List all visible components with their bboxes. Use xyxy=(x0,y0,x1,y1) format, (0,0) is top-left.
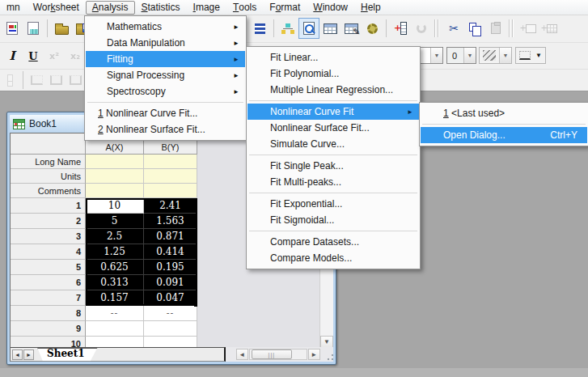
size-combo[interactable]: 0 ▼ xyxy=(446,47,476,64)
menu-item-mathematics[interactable]: Mathematics ► xyxy=(86,19,245,35)
view-zoom-button[interactable] xyxy=(298,18,319,39)
cell-a[interactable]: 0.157 xyxy=(86,290,144,306)
tab-scroll-right-button[interactable]: ► xyxy=(23,349,34,360)
menu-item-spectroscopy[interactable]: Spectroscopy ► xyxy=(86,83,245,100)
gear-button[interactable] xyxy=(362,18,383,39)
cell-a[interactable] xyxy=(86,337,144,348)
menu-item-data-manipulation[interactable]: Data Manipulation ► xyxy=(86,35,245,51)
menu-item-fit-linear[interactable]: Fit Linear... ► xyxy=(247,49,419,66)
cell-b[interactable]: 0.414 xyxy=(144,244,197,260)
italic-button[interactable]: I xyxy=(2,45,23,66)
new-worksheet-button[interactable] xyxy=(23,18,44,39)
menu-item-nonlinear-curve-fit[interactable]: Nonlinear Curve Fit ► xyxy=(247,104,419,120)
menubar-item[interactable]: Analysis xyxy=(86,1,135,15)
row-number[interactable]: 8 xyxy=(11,306,86,321)
row-label[interactable]: Long Name xyxy=(11,155,86,169)
scroll-down-button[interactable]: ▼ xyxy=(320,336,333,348)
resize-grip-icon[interactable] xyxy=(325,352,333,361)
row-number[interactable]: 5 xyxy=(11,260,86,275)
row-number[interactable]: 2 xyxy=(11,214,86,229)
worksheet-view-button[interactable] xyxy=(319,18,341,39)
cell-a[interactable]: 5 xyxy=(86,214,144,229)
cell-b[interactable]: 0.091 xyxy=(144,275,197,290)
chevron-down-icon[interactable]: ▼ xyxy=(430,48,442,63)
cut-button[interactable]: ✂ xyxy=(443,18,464,39)
corner-header[interactable] xyxy=(11,133,86,155)
edit-worksheet-button[interactable] xyxy=(341,18,362,39)
scroll-left-button[interactable]: ◄ xyxy=(236,349,248,360)
cell-a[interactable]: 1.25 xyxy=(86,244,144,260)
cell-a[interactable]: 10 xyxy=(86,198,144,214)
chevron-down-icon[interactable]: ▼ xyxy=(499,48,511,63)
menu-item-fit-polynomial[interactable]: Fit Polynomial... ► xyxy=(247,66,419,82)
row-number[interactable]: 3 xyxy=(11,229,86,244)
cell[interactable] xyxy=(144,184,197,198)
fill-pattern-dropdown[interactable]: ▼ xyxy=(479,47,512,64)
menubar-item[interactable]: mn xyxy=(0,1,27,15)
cell[interactable] xyxy=(86,184,144,198)
menubar-item[interactable]: Worksheet xyxy=(27,1,86,15)
row-number[interactable]: 7 xyxy=(11,290,86,306)
horizontal-scrollbar[interactable]: ◄ ||| ► xyxy=(236,349,320,360)
cell-b[interactable]: -- xyxy=(144,306,197,321)
project-explorer-button[interactable] xyxy=(277,18,298,39)
add-column-button[interactable] xyxy=(390,18,411,39)
row-label[interactable]: Comments xyxy=(11,184,86,198)
menubar-item[interactable]: Tools xyxy=(226,1,263,15)
menubar-item[interactable]: Format xyxy=(263,1,307,15)
cell-b[interactable] xyxy=(144,321,197,337)
menubar-item[interactable]: Window xyxy=(307,1,354,15)
cell[interactable] xyxy=(86,169,144,184)
border-style-dropdown[interactable]: ▼ xyxy=(515,47,546,64)
cell-a[interactable]: -- xyxy=(86,306,144,321)
menu-item-fit-exponential[interactable]: Fit Exponential... ► xyxy=(247,196,419,212)
menu-item-multiple-linear-regression[interactable]: Multiple Linear Regression... ► xyxy=(247,82,419,98)
open-folder-button[interactable] xyxy=(51,18,72,39)
menu-item-compare-models[interactable]: Compare Models... ► xyxy=(247,250,419,266)
menu-item-signal-processing[interactable]: Signal Processing ► xyxy=(86,67,245,83)
menu-item-nonlinear-surface-fit[interactable]: Nonlinear Surface Fit... ► xyxy=(247,120,419,136)
cell-b[interactable]: 1.563 xyxy=(144,214,197,229)
menu-item-open-dialog[interactable]: Open Dialog... Ctrl+Y ► xyxy=(421,127,587,143)
row-number[interactable]: 1 xyxy=(11,198,86,214)
cell-a[interactable]: 2.5 xyxy=(86,229,144,244)
new-graph-button[interactable] xyxy=(2,18,23,39)
cell[interactable] xyxy=(144,169,197,184)
row-number[interactable]: 9 xyxy=(11,321,86,337)
menu-item-nonlinear-surface-fit[interactable]: 2 Nonlinear Surface Fit... ► xyxy=(86,121,245,138)
cell-b[interactable]: 0.195 xyxy=(144,260,197,275)
cell[interactable] xyxy=(86,155,144,169)
menu-item-last-used[interactable]: 1 <Last used> ► xyxy=(421,105,587,121)
cell-a[interactable]: 0.625 xyxy=(86,260,144,275)
menu-item-fitting[interactable]: Fitting ► xyxy=(86,51,245,67)
menu-item-fit-sigmoidal[interactable]: Fit Sigmoidal... ► xyxy=(247,212,419,228)
menubar-item[interactable]: Image xyxy=(187,1,226,15)
hscroll-track[interactable]: ||| xyxy=(249,349,307,360)
hscroll-thumb[interactable]: ||| xyxy=(252,349,292,359)
cell-b[interactable]: 0.871 xyxy=(144,229,197,244)
row-label[interactable]: Units xyxy=(11,169,86,184)
menu-item-compare-datasets[interactable]: Compare Datasets... ► xyxy=(247,234,419,250)
cell-a[interactable]: 0.313 xyxy=(86,275,144,290)
chevron-down-icon[interactable]: ▼ xyxy=(463,48,476,63)
row-number[interactable]: 10 xyxy=(11,337,86,348)
cell-b[interactable]: 2.41 xyxy=(144,198,197,214)
cell-a[interactable] xyxy=(86,321,144,337)
scroll-right-button[interactable]: ► xyxy=(308,349,320,360)
cell-b[interactable]: 0.047 xyxy=(144,290,197,306)
menu-item-fit-single-peak[interactable]: Fit Single Peak... ► xyxy=(247,158,419,174)
copy-button[interactable] xyxy=(464,18,485,39)
menubar-item[interactable]: Statistics xyxy=(135,1,187,15)
layout-button[interactable] xyxy=(249,18,270,39)
cell[interactable] xyxy=(144,155,197,169)
row-number[interactable]: 4 xyxy=(11,244,86,260)
menu-item-nonlinear-curve-fit[interactable]: 1 Nonlinear Curve Fit... ► xyxy=(86,105,245,121)
cell-b[interactable] xyxy=(144,337,197,348)
menubar-item[interactable]: Help xyxy=(354,1,387,15)
underline-button[interactable]: U xyxy=(23,45,44,66)
menu-item-fit-multi-peaks[interactable]: Fit Multi-peaks... ► xyxy=(247,174,419,190)
tab-scroll-left-button[interactable]: ◄ xyxy=(12,349,23,360)
sheet-tab[interactable]: Sheet1 xyxy=(37,348,98,362)
menu-item-simulate-curve[interactable]: Simulate Curve... ► xyxy=(247,136,419,152)
row-number[interactable]: 6 xyxy=(11,275,86,290)
